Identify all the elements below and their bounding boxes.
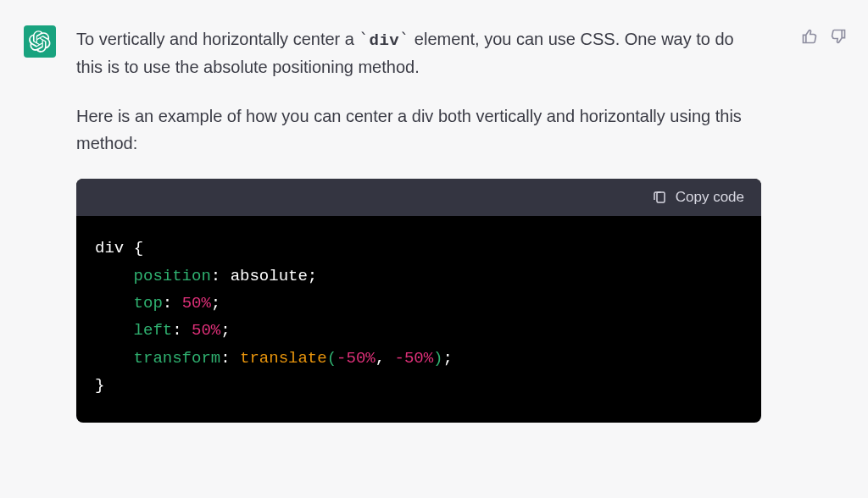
css-property: transform	[134, 349, 221, 368]
thumbs-down-icon	[830, 28, 847, 45]
brace-close: }	[95, 376, 104, 395]
thumbs-up-button[interactable]	[800, 27, 819, 46]
css-property: top	[134, 294, 163, 313]
code-header: Copy code	[76, 179, 761, 216]
text-segment: To vertically and horizontally center a	[76, 30, 359, 48]
backtick: `	[359, 29, 370, 49]
brace-open: {	[134, 239, 143, 257]
css-value: 50%	[192, 321, 220, 340]
css-property: position	[134, 267, 211, 285]
clipboard-icon	[652, 190, 667, 205]
css-value: 50%	[182, 294, 211, 313]
css-arg: -50%	[395, 349, 434, 368]
feedback-actions	[800, 25, 848, 423]
code-block: Copy code div { position: absolute; top:…	[76, 179, 761, 423]
thumbs-up-icon	[801, 28, 818, 45]
css-property: left	[134, 321, 173, 340]
backtick: `	[399, 29, 409, 49]
paragraph-2: Here is an example of how you can center…	[76, 102, 754, 157]
css-arg: -50%	[337, 349, 376, 368]
copy-code-button[interactable]: Copy code	[652, 189, 744, 206]
code-body: div { position: absolute; top: 50%; left…	[76, 216, 761, 423]
code-selector: div	[95, 239, 124, 257]
message-content: To vertically and horizontally center a …	[76, 25, 780, 423]
inline-code: div	[370, 31, 400, 50]
assistant-avatar	[24, 25, 56, 58]
openai-logo-icon	[29, 30, 51, 53]
assistant-message: To vertically and horizontally center a …	[0, 0, 868, 423]
paragraph-1: To vertically and horizontally center a …	[76, 25, 754, 80]
svg-rect-0	[657, 192, 665, 202]
css-value: absolute	[231, 267, 308, 285]
thumbs-down-button[interactable]	[829, 27, 848, 46]
copy-code-label: Copy code	[676, 189, 744, 206]
css-function: translate	[240, 349, 327, 368]
